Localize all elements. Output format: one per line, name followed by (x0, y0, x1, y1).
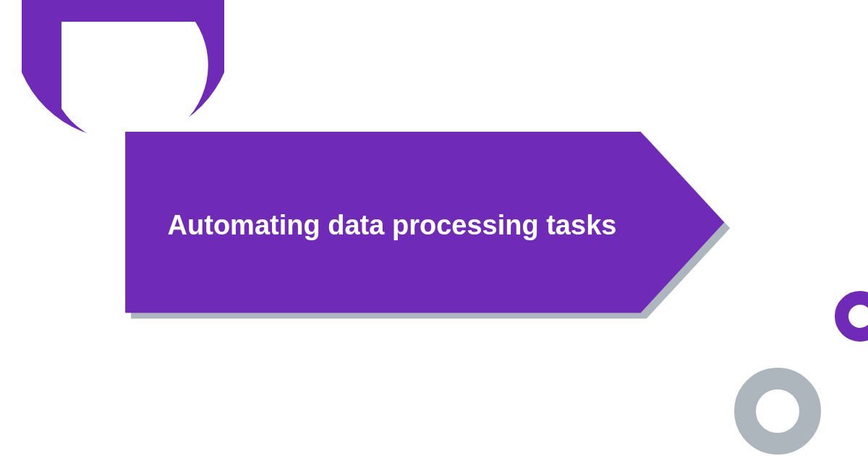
banner-title: Automating data processing tasks (117, 132, 667, 320)
corner-decoration (22, 0, 224, 152)
title-banner: Automating data processing tasks (117, 132, 739, 320)
ring-decoration-purple (835, 291, 868, 342)
ring-decoration-gray (734, 368, 821, 455)
